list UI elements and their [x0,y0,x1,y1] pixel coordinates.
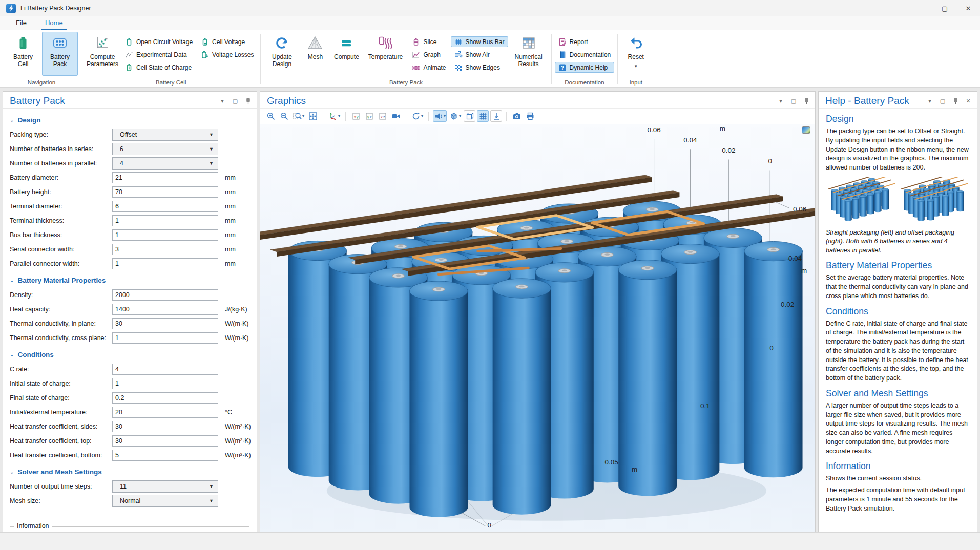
minimize-button[interactable]: – [909,0,933,16]
dynamic-help-button[interactable]: Dynamic Help [555,62,615,73]
chevron-down-icon[interactable]: ▾ [421,114,423,118]
chevron-down-icon[interactable]: ▾ [459,114,461,118]
text-input-field[interactable]: 6 [112,201,218,212]
help-panel-title: Help - Battery Pack [825,95,909,107]
text-input-field[interactable]: 20 [112,407,218,418]
chevron-down-icon[interactable]: ▾ [926,97,933,104]
pin-icon[interactable] [952,97,959,104]
update-design-button[interactable]: UpdateDesign [264,32,300,76]
cell-voltage-button[interactable]: Cell Voltage [197,36,257,47]
go-to-default-3d-view-button[interactable]: ▾ [327,110,341,122]
float-window-icon[interactable]: ▢ [790,97,797,104]
dropdown-field[interactable]: 6▼ [112,143,218,155]
battery-cell-button[interactable]: BatteryCell [5,32,41,76]
text-input-field[interactable]: 30 [112,318,218,329]
settings-panel-title: Battery Pack [10,95,65,107]
float-window-icon[interactable]: ▢ [939,97,946,104]
float-window-icon[interactable]: ▢ [232,97,239,104]
scene-light-button[interactable]: ▾ [433,110,447,122]
chevron-down-icon: ⌄ [10,117,14,123]
temperature-button[interactable]: Temperature [363,32,407,76]
menu-file[interactable]: File [12,16,30,30]
section-battery-material-properties[interactable]: ⌄Battery Material Properties [10,277,249,284]
dropdown-field[interactable]: 11▼ [112,480,218,493]
show-box-button[interactable] [464,110,475,122]
text-input-field[interactable]: 5 [112,450,218,461]
axis-tick-label: 0.02 [781,301,794,308]
chevron-down-icon[interactable]: ▾ [777,97,784,104]
text-input-field[interactable]: 21 [112,172,218,183]
show-air-button[interactable]: Show Air [451,49,508,60]
section-solver-and-mesh-settings[interactable]: ⌄Solver and Mesh Settings [10,468,249,476]
section-design[interactable]: ⌄Design [10,116,249,124]
field-value: 70 [115,188,122,196]
section-conditions[interactable]: ⌄Conditions [10,351,249,358]
view-yz-plane-button[interactable] [363,110,375,122]
compute-parameters-button[interactable]: ComputeParameters [85,32,120,76]
print-button[interactable] [524,110,536,122]
text-input-field[interactable]: 2000 [112,289,218,301]
text-input-field[interactable]: 0.2 [112,392,218,404]
scene-projection-button[interactable] [390,110,402,122]
dropdown-field[interactable]: Offset▼ [112,129,218,141]
experimental-data-button[interactable]: Experimental Data [121,49,196,60]
documentation-button[interactable]: Documentation [555,49,615,60]
close-button[interactable]: ✕ [956,0,980,16]
cell-state-of-charge-button[interactable]: Cell State of Charge [121,62,196,73]
voltage-losses-button[interactable]: Voltage Losses [197,49,257,60]
chevron-down-icon: ▼ [209,161,214,166]
text-input-field[interactable]: 1 [112,332,218,344]
color-legend-overlay-button[interactable] [802,126,810,134]
environment-reflections-icon [449,112,458,121]
graph-button[interactable]: Graph [408,49,449,60]
show-bus-bar-button[interactable]: Show Bus Bar [451,36,508,47]
help-paragraph: The expected computation time with defau… [826,486,970,513]
report-button[interactable]: Report [555,36,615,47]
text-input-field[interactable]: 1400 [112,304,218,315]
reset-button[interactable]: Reset ▾ [621,32,651,76]
text-input-field[interactable]: 70 [112,186,218,198]
text-input-field[interactable]: 1 [112,229,218,241]
zoom-out-button[interactable] [278,110,290,122]
rotate-button[interactable]: ▾ [410,110,424,122]
chevron-down-icon[interactable]: ▾ [635,64,637,69]
view-xz-plane-button[interactable] [377,110,388,122]
mesh-button[interactable]: Mesh [301,32,329,76]
dropdown-field[interactable]: 4▼ [112,157,218,170]
chevron-down-icon[interactable]: ▾ [338,114,340,118]
animate-button[interactable]: Animate [408,62,449,73]
text-input-field[interactable]: 30 [112,421,218,432]
text-input-field[interactable]: 3 [112,244,218,255]
text-input-field[interactable]: 30 [112,435,218,447]
menu-home-active[interactable]: Home [41,16,67,30]
text-input-field[interactable]: 1 [112,258,218,269]
battery-pack-3d-view[interactable]: 0.060.040.020m0.060.040.020m0.10.050m [260,124,815,532]
chevron-down-icon[interactable]: ▾ [302,114,304,118]
dropdown-field[interactable]: Normal▼ [112,495,218,507]
show-grid-button[interactable] [477,110,489,122]
battery-pack-button[interactable]: BatteryPack [42,32,78,76]
graphics-canvas[interactable]: 0.060.040.020m0.060.040.020m0.10.050m [260,124,815,532]
slice-button[interactable]: Slice [408,36,449,47]
field-value: 1 [115,380,119,387]
chevron-down-icon[interactable]: ▾ [219,97,226,104]
close-icon[interactable]: ✕ [965,97,972,104]
image-snapshot-button[interactable] [511,110,523,122]
view-xy-plane-button[interactable] [350,110,362,122]
text-input-field[interactable]: 1 [112,215,218,226]
maximize-button[interactable]: ▢ [933,0,956,16]
chevron-down-icon[interactable]: ▾ [444,114,446,118]
text-input-field[interactable]: 1 [112,378,218,389]
zoom-in-button[interactable] [265,110,277,122]
pin-icon[interactable] [803,97,810,104]
view-orientation-button[interactable] [490,110,502,122]
show-edges-button[interactable]: Show Edges [451,62,508,73]
zoom-extents-button[interactable] [307,110,319,122]
compute-button[interactable]: Compute [330,32,362,76]
numerical-results-button[interactable]: NumericalResults [509,32,548,76]
environment-reflections-button[interactable]: ▾ [448,110,462,122]
open-circuit-voltage-button[interactable]: Open Circuit Voltage [121,36,196,47]
pin-icon[interactable] [244,97,252,104]
text-input-field[interactable]: 4 [112,364,218,375]
zoom-box-button[interactable]: ▾ [291,110,305,122]
